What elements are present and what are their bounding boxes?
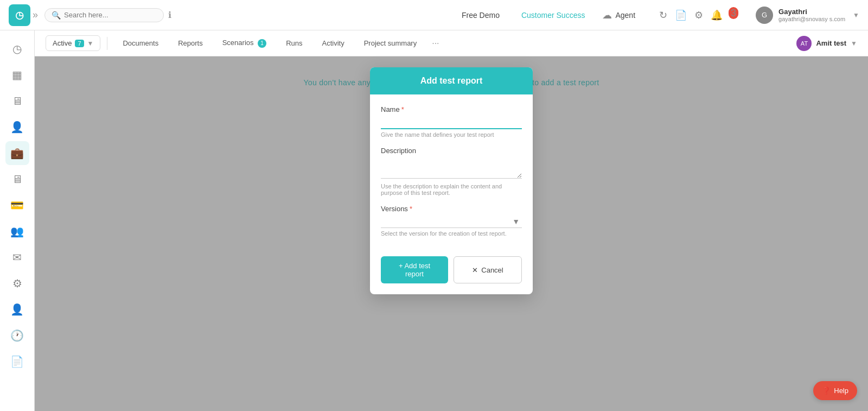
name-label: Name *: [381, 105, 522, 113]
page-content: You don't have any test reports in the p…: [35, 56, 868, 411]
cancel-x-icon: ✕: [472, 266, 478, 274]
scenarios-badge: 1: [258, 39, 266, 48]
versions-label: Versions *: [381, 205, 522, 213]
avatar: G: [756, 7, 773, 24]
user-name: Gayathri: [778, 8, 845, 16]
sidebar-item-user2[interactable]: 👤: [5, 298, 29, 321]
active-dropdown-icon[interactable]: ▼: [87, 40, 94, 47]
bell-icon[interactable]: 🔔: [711, 10, 723, 21]
sidebar-item-mail[interactable]: ✉: [5, 245, 29, 269]
navbar: ◷ » 🔍 ℹ Free Demo Customer Success ☁ Age…: [0, 0, 868, 30]
bell-wrapper: 🔔 3: [711, 9, 735, 21]
sidebar-item-clock[interactable]: 🕐: [5, 324, 29, 347]
help-icon: ❓: [822, 387, 831, 395]
tab-scenarios[interactable]: Scenarios 1: [214, 34, 275, 52]
app-logo[interactable]: ◷: [9, 4, 30, 26]
tab-activity[interactable]: Activity: [314, 35, 353, 52]
sidebar-item-grid[interactable]: ▦: [5, 63, 29, 87]
modal-header: Add test report: [370, 67, 533, 94]
sidebar-item-team[interactable]: 👥: [5, 219, 29, 243]
description-hint: Use the description to explain the conte…: [381, 183, 522, 196]
modal-overlay: Add test report Name * Give the name tha…: [35, 56, 868, 411]
sidebar-item-time[interactable]: ◷: [5, 37, 29, 61]
project-avatar: AT: [796, 36, 812, 51]
tab-project-summary[interactable]: Project summary: [355, 35, 426, 52]
sidebar-item-card[interactable]: 💳: [5, 193, 29, 217]
tab-divider: [107, 37, 107, 50]
project-name: Amit test: [816, 39, 846, 47]
search-bar[interactable]: 🔍: [44, 8, 164, 22]
add-test-report-modal: Add test report Name * Give the name tha…: [370, 67, 533, 294]
tab-reports[interactable]: Reports: [169, 35, 212, 52]
modal-footer: + Add test report ✕ Cancel: [370, 256, 533, 294]
info-icon[interactable]: ℹ: [168, 10, 171, 20]
modal-title: Add test report: [420, 76, 483, 85]
tab-runs[interactable]: Runs: [277, 35, 311, 52]
nav-agent[interactable]: ☁ Agent: [602, 9, 635, 21]
user-email: gayathri@snovasy s.com: [778, 16, 845, 22]
active-count-badge: 7: [75, 40, 84, 47]
agent-icon: ☁: [602, 9, 612, 21]
notification-badge: 3: [729, 7, 738, 19]
settings-nav-icon[interactable]: ⚙: [694, 9, 703, 21]
versions-hint: Select the version for the creation of t…: [381, 230, 522, 237]
name-required-star: *: [401, 105, 404, 113]
sidebar-item-person[interactable]: 👤: [5, 115, 29, 139]
versions-required-star: *: [410, 205, 412, 213]
tab-documents[interactable]: Documents: [114, 35, 167, 52]
help-button[interactable]: ❓ Help: [813, 381, 857, 400]
sidebar-item-briefcase[interactable]: 💼: [5, 141, 29, 165]
nav-expand-icon[interactable]: »: [33, 9, 38, 21]
name-field-group: Name * Give the name that defines your t…: [381, 105, 522, 138]
nav-center: Free Demo Customer Success ☁ Agent ↻ 📄 ⚙…: [457, 7, 859, 24]
search-icon: 🔍: [52, 11, 61, 20]
modal-cancel-button[interactable]: ✕ Cancel: [454, 256, 522, 283]
description-label: Description: [381, 147, 522, 155]
description-field-group: Description Use the description to expla…: [381, 147, 522, 196]
refresh-icon[interactable]: ↻: [659, 9, 667, 21]
tab-more-icon[interactable]: ···: [432, 39, 439, 48]
sidebar-item-monitor[interactable]: 🖥: [5, 89, 29, 113]
nav-customer-success[interactable]: Customer Success: [517, 9, 589, 22]
document-icon[interactable]: 📄: [675, 9, 687, 21]
user-info: Gayathri gayathri@snovasy s.com: [778, 8, 845, 22]
active-tab-badge[interactable]: Active 7 ▼: [46, 35, 100, 51]
project-selector[interactable]: AT Amit test ▼: [796, 36, 857, 51]
sidebar-item-settings[interactable]: ⚙: [5, 271, 29, 295]
name-hint: Give the name that defines your test rep…: [381, 131, 522, 138]
sidebar: ◷ ▦ 🖥 👤 💼 🖥 💳 👥 ✉ ⚙ 👤 🕐 📄: [0, 30, 35, 411]
main-content: Active 7 ▼ Documents Reports Scenarios 1…: [35, 30, 868, 411]
name-input[interactable]: [381, 116, 522, 129]
nav-icon-group: ↻ 📄 ⚙ 🔔 3: [659, 9, 735, 21]
sidebar-item-doc[interactable]: 📄: [5, 350, 29, 374]
versions-select-wrapper: ▼: [381, 215, 522, 228]
versions-field-group: Versions * ▼ Select the version for the …: [381, 205, 522, 237]
versions-select[interactable]: [381, 215, 522, 228]
description-input[interactable]: [381, 157, 522, 179]
tab-bar: Active 7 ▼ Documents Reports Scenarios 1…: [35, 30, 868, 56]
modal-submit-button[interactable]: + Add test report: [381, 256, 448, 283]
search-input[interactable]: [64, 11, 156, 19]
nav-free-demo[interactable]: Free Demo: [457, 9, 504, 22]
modal-body: Name * Give the name that defines your t…: [370, 94, 533, 256]
user-dropdown-icon[interactable]: ▼: [853, 11, 859, 19]
sidebar-item-desktop[interactable]: 🖥: [5, 167, 29, 191]
user-menu[interactable]: G Gayathri gayathri@snovasy s.com ▼: [756, 7, 859, 24]
project-dropdown-icon: ▼: [851, 40, 857, 47]
